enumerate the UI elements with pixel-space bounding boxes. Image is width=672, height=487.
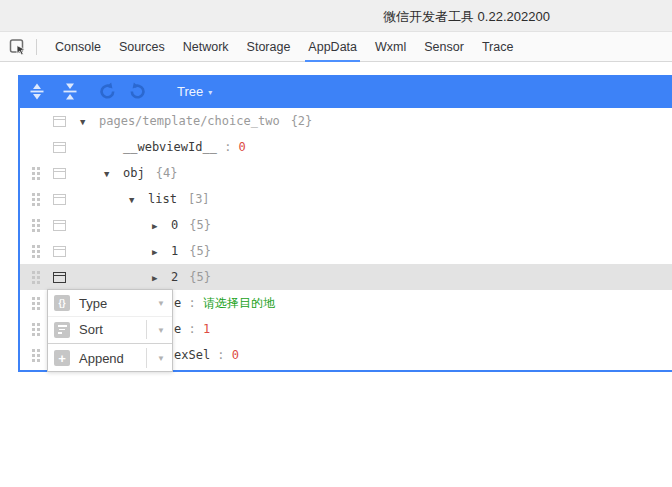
child-count: {5} [189,270,211,284]
menu-item-label: Type [79,296,107,311]
inspect-element-icon[interactable] [7,36,29,58]
tree-row-text: ▶0{5} [152,218,211,232]
node-window-icon[interactable] [53,116,66,127]
tab-storage[interactable]: Storage [247,32,291,62]
child-count: {5} [189,244,211,258]
drag-handle-icon[interactable] [32,349,40,362]
child-count: {2} [291,114,313,128]
plus-icon: + [54,350,70,366]
key-value-separator: : [181,296,203,310]
drag-handle-icon[interactable] [32,297,40,310]
sort-lines-icon [54,322,70,338]
drag-handle-icon[interactable] [32,193,40,206]
node-window-icon[interactable] [53,168,66,179]
tree-row[interactable]: ▶2{5} [20,264,672,290]
window-titlebar: 微信开发者工具 0.22.202200 [0,0,672,32]
tree-row-text: e : 请选择目的地 [174,295,275,312]
tree-row-text: ▼__webviewId__ : 0 [104,140,246,154]
tree-row-text: ▼list[3] [129,192,210,206]
expander-collapsed-icon[interactable]: ▶ [152,247,171,257]
tree-value: 请选择目的地 [203,296,275,310]
divider [36,39,37,55]
menu-item-append[interactable]: +Append▼ [48,345,172,371]
expander-expanded-icon[interactable]: ▼ [129,195,148,205]
undo-icon[interactable] [98,82,117,101]
braces-icon: {} [54,295,70,311]
tab-appdata[interactable]: AppData [308,32,357,62]
expand-all-icon[interactable] [29,83,45,100]
tree-value: 1 [203,322,210,336]
chevron-down-icon[interactable]: ▼ [157,298,165,308]
tree-row-text: e : 1 [174,322,210,336]
menu-divider [48,343,172,344]
view-mode-label: Tree [177,84,203,99]
expander-collapsed-icon[interactable]: ▶ [152,273,171,283]
tree-key: pages/template/choice_two [99,114,280,128]
tree-key: obj [123,166,145,180]
redo-icon[interactable] [128,82,147,101]
appdata-panel: Tree ▾ ▼pages/template/choice_two{2}▼__w… [18,75,672,372]
tree-key: 0 [171,218,178,232]
drag-handle-icon[interactable] [32,271,40,284]
menu-item-label: Append [79,351,124,366]
tab-list: ConsoleSourcesNetworkStorageAppDataWxmlS… [46,32,522,62]
expander-collapsed-icon[interactable]: ▶ [152,221,171,231]
tree-row-text: ▶2{5} [152,270,211,284]
key-value-separator: : [217,140,239,154]
view-mode-dropdown[interactable]: Tree ▾ [177,84,212,99]
child-count: {4} [156,166,178,180]
child-count: {5} [189,218,211,232]
menu-vertical-divider [146,320,147,339]
tree-row-text: ▼obj{4} [104,166,177,180]
drag-handle-icon[interactable] [32,245,40,258]
appdata-toolbar: Tree ▾ [20,75,672,108]
window-title: 微信开发者工具 0.22.202200 [383,8,550,26]
tree-row[interactable]: ▼pages/template/choice_two{2} [20,108,672,134]
expander-expanded-icon[interactable]: ▼ [80,117,99,127]
chevron-down-icon: ▾ [208,86,212,97]
tree-row[interactable]: ▶1{5} [20,238,672,264]
node-window-icon[interactable] [53,246,66,257]
tree-key: 2 [171,270,178,284]
chevron-down-icon[interactable]: ▼ [157,353,165,363]
tree-key: list [148,192,177,206]
menu-vertical-divider [146,348,147,368]
drag-handle-icon[interactable] [32,219,40,232]
tab-console[interactable]: Console [55,32,101,62]
tab-trace[interactable]: Trace [482,32,514,62]
child-count: [3] [188,192,210,206]
tree-row-text: exSel : 0 [174,348,239,362]
chevron-down-icon[interactable]: ▼ [157,325,165,335]
node-window-icon[interactable] [53,194,66,205]
drag-handle-icon[interactable] [32,167,40,180]
tab-network[interactable]: Network [183,32,229,62]
tree-row[interactable]: ▼__webviewId__ : 0 [20,134,672,160]
tree-row-text: ▶1{5} [152,244,211,258]
tab-wxml[interactable]: Wxml [375,32,406,62]
tab-sensor[interactable]: Sensor [424,32,464,62]
tree-key: exSel [174,348,210,362]
node-window-icon[interactable] [53,272,66,283]
node-window-icon[interactable] [53,220,66,231]
menu-item-sort[interactable]: Sort▼ [48,316,172,342]
tab-sources[interactable]: Sources [119,32,165,62]
devtools-tabbar: ConsoleSourcesNetworkStorageAppDataWxmlS… [0,32,672,62]
expander-expanded-icon[interactable]: ▼ [104,169,123,179]
tree-key: __webviewId__ [123,140,217,154]
context-menu: {}Type▼Sort▼+Append▼ [47,289,173,372]
key-value-separator: : [181,322,203,336]
tree-value: 0 [232,348,239,362]
tree-key: 1 [171,244,178,258]
drag-handle-icon[interactable] [32,323,40,336]
menu-item-type[interactable]: {}Type▼ [48,290,172,316]
key-value-separator: : [210,348,232,362]
tree-row[interactable]: ▶0{5} [20,212,672,238]
node-window-icon[interactable] [53,142,66,153]
menu-item-label: Sort [79,322,103,337]
tree-row-text: ▼pages/template/choice_two{2} [80,114,312,128]
tree-value: 0 [239,140,246,154]
collapse-all-icon[interactable] [62,83,78,100]
tree-row[interactable]: ▼obj{4} [20,160,672,186]
tree-row[interactable]: ▼list[3] [20,186,672,212]
